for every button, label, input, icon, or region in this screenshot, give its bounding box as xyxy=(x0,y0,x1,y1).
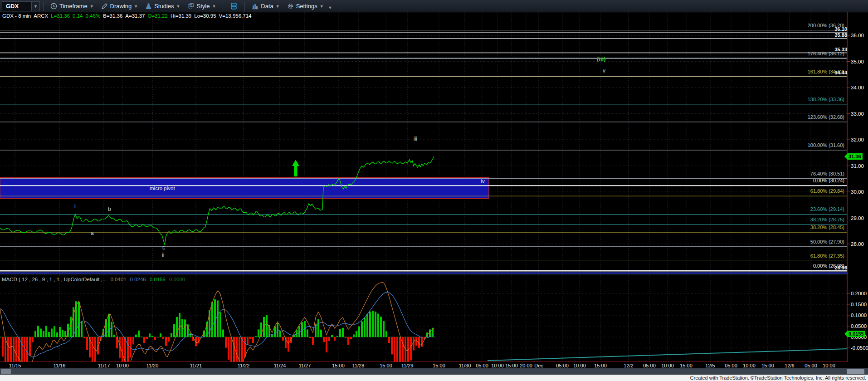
macd-pane-header: MACD ( 12 , 26 , 9 , 1 , 1 , UpColorDefa… xyxy=(2,277,189,282)
fib-level-label: 50.00% (27.90) xyxy=(810,239,844,244)
fib-level-label: 100.00% (31.60) xyxy=(808,142,844,148)
price-axis-label: 30.00 xyxy=(851,189,864,195)
trendline-price-label: 26.96 xyxy=(834,265,847,270)
price-axis-label: 36.00 xyxy=(851,33,864,38)
time-axis-label: 10:00 xyxy=(743,363,756,368)
macd-value-tag: 0.0155 xyxy=(848,331,865,337)
chart-canvas[interactable] xyxy=(0,0,868,381)
time-axis-label: 11/16 xyxy=(54,363,66,368)
time-axis-label: 11/24 xyxy=(274,363,286,368)
price-axis-label: 32.00 xyxy=(851,137,864,142)
time-axis-label: 12/5 xyxy=(705,363,715,368)
time-axis-label: 11/21 xyxy=(190,363,202,368)
time-axis-label: 05:00 xyxy=(725,363,737,368)
trendline-price-label: 35.33 xyxy=(834,47,847,52)
macd-axis-label: 0.1000 xyxy=(851,313,867,318)
macd-study-value: 0.0401 xyxy=(110,277,126,282)
price-axis-label: 29.00 xyxy=(851,215,864,221)
fib-level-label: 0.00% (30.24) xyxy=(813,178,844,183)
time-axis-label: 05:00 xyxy=(805,363,817,368)
scrollbar-corner-button[interactable] xyxy=(847,369,864,374)
macd-study-title: MACD ( 12 , 26 , 9 , 1 , 1 , UpColorDefa… xyxy=(2,277,107,282)
macd-axis-label: 0.0500 xyxy=(851,323,867,329)
price-axis-label: 31.00 xyxy=(851,163,864,169)
wave-label: b xyxy=(108,206,111,212)
wave-label: ii xyxy=(162,252,164,258)
time-axis-label: 12/2 xyxy=(624,363,633,368)
time-axis-label: 10:00 xyxy=(116,363,129,368)
time-axis-label: 11/29 xyxy=(401,363,414,368)
time-axis-label: 15:00 xyxy=(680,363,692,368)
time-axis-label: 11/30 xyxy=(459,363,471,368)
time-axis-label: 05:00 xyxy=(643,363,656,368)
fib-level-label: 76.40% (30.51) xyxy=(810,171,844,176)
time-axis-label: 10:00 xyxy=(661,363,674,368)
status-bar: Created with TradeStation. ©TradeStation… xyxy=(0,375,868,381)
time-axis-label: 20:00 xyxy=(520,363,532,368)
micro-pivot-label: micro pivot xyxy=(150,186,175,191)
time-axis-label: Dec xyxy=(534,363,543,368)
wave-label: iii xyxy=(414,136,417,142)
fib-level-label: 61.80% (27.35) xyxy=(810,253,844,259)
trendline-price-label: 34.44 xyxy=(834,70,847,75)
time-axis-label: 11/20 xyxy=(146,363,159,368)
scrollbar-handle[interactable] xyxy=(1,369,11,374)
time-axis-label: 15:00 xyxy=(594,363,607,368)
fib-level-label: 138.20% (33.36) xyxy=(808,97,844,102)
price-axis-label: 35.00 xyxy=(851,59,864,64)
copyright-text: Created with TradeStation. ©TradeStation… xyxy=(690,375,866,381)
wave-label: (iii) xyxy=(597,56,606,62)
time-axis-label: 11/27 xyxy=(299,363,311,368)
last-price-tag: 31.36 xyxy=(848,153,863,160)
time-axis-label: 11/15 xyxy=(9,363,21,368)
macd-axis-label: 0.1500 xyxy=(851,302,867,307)
macd-axis-label: -0.0500 xyxy=(851,345,868,351)
fib-level-label: 123.60% (32.68) xyxy=(808,114,844,120)
wave-label: c xyxy=(162,245,165,250)
wave-label: iv xyxy=(481,179,485,184)
wave-label: i xyxy=(74,204,76,209)
fib-level-label: 23.60% (29.14) xyxy=(810,206,844,212)
macd-study-value: 0.0246 xyxy=(130,277,146,282)
price-axis-label: 28.00 xyxy=(851,241,864,247)
trendline-price-label: 36.10 xyxy=(834,26,847,32)
macd-axis-label: 0.2000 xyxy=(851,291,867,296)
time-axis-label: 11/17 xyxy=(98,363,110,368)
time-axis-label: 11/22 xyxy=(238,363,250,368)
tradestation-chart-window: GDX ▼ Timeframe▼Drawing▼Studies▼Style▼Da… xyxy=(0,0,868,381)
wave-label: a xyxy=(91,230,94,236)
time-axis-label: 15:00 xyxy=(433,363,445,368)
time-axis-label: 05:00 xyxy=(476,363,488,368)
time-axis-label: 12/6 xyxy=(785,363,794,368)
time-axis-label: 15:00 xyxy=(332,363,345,368)
macd-study-value: 0.0155 xyxy=(150,277,166,282)
price-axis-label: 33.00 xyxy=(851,111,864,117)
fib-level-label: 61.80% (29.84) xyxy=(810,188,844,194)
time-axis-label: 11/28 xyxy=(352,363,365,368)
time-axis-label: 10:00 xyxy=(491,363,504,368)
time-axis-label: 05:00 xyxy=(556,363,569,368)
fib-level-label: 38.20% (28.75) xyxy=(810,217,844,222)
time-axis-label: 10:00 xyxy=(823,363,835,368)
time-axis-label: 15:00 xyxy=(761,363,774,368)
time-axis-label: 10:00 xyxy=(573,363,586,368)
horizontal-scrollbar[interactable] xyxy=(0,368,868,375)
trendline-price-label: 35.88 xyxy=(834,32,847,38)
time-axis-label: 15:00 xyxy=(380,363,392,368)
time-axis: 11/1511/1611/1710:0011/2011/2111/2211/24… xyxy=(0,362,868,368)
fib-level-label: 38.20% (28.45) xyxy=(810,225,844,230)
macd-study-value: 0.0000 xyxy=(169,277,185,282)
price-axis-label: 34.00 xyxy=(851,85,864,90)
time-axis-label: 15:00 xyxy=(505,363,518,368)
wave-label: v xyxy=(603,68,605,73)
